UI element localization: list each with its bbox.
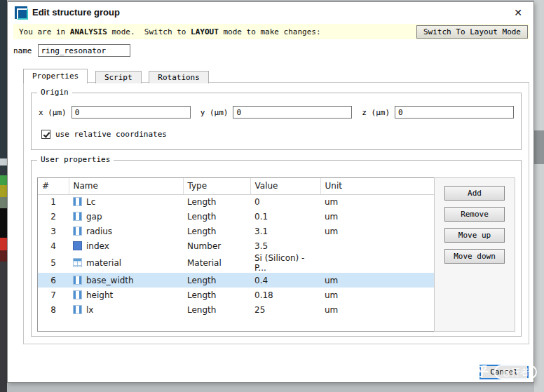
background-scrollbar-track [534, 0, 544, 392]
dialog-title: Edit structure group [32, 7, 120, 18]
cell-type: Length [183, 194, 250, 209]
origin-legend: Origin [37, 88, 72, 97]
user-properties-legend: User properties [37, 155, 114, 164]
cancel-button[interactable]: Cancel [480, 365, 529, 379]
edit-structure-group-dialog: Edit structure group ✕ You are in ANALYS… [7, 1, 534, 383]
cell-type: Material [183, 253, 250, 273]
table-header-row: # Name Type Value Unit [38, 178, 442, 194]
cell-type: Number [183, 238, 250, 253]
move-up-button[interactable]: Move up [444, 228, 505, 243]
cell-name: material [69, 253, 183, 273]
cell-num: 1 [38, 194, 69, 209]
table-row[interactable]: 1 Lc Length 0 um [38, 194, 442, 209]
mode-warning-banner: You are in ANALYSIS mode. Switch to LAYO… [13, 24, 529, 39]
cell-type: Length [183, 273, 250, 288]
cell-unit: um [320, 302, 442, 317]
cell-name: index [69, 238, 183, 253]
cell-value: 0 [250, 194, 320, 209]
z-label: z (μm) [362, 108, 390, 117]
cell-name: radius [69, 224, 183, 238]
number-property-icon [73, 241, 82, 250]
tab-script[interactable]: Script [95, 71, 142, 83]
x-input[interactable] [72, 106, 191, 119]
cell-value: 0.4 [250, 273, 320, 288]
length-property-icon [73, 227, 82, 236]
switch-to-layout-mode-button[interactable]: Switch To Layout Mode [416, 25, 528, 39]
cell-type: Length [183, 209, 250, 224]
cell-type: Length [183, 224, 250, 238]
title-bar[interactable]: Edit structure group ✕ [8, 2, 533, 22]
table-row-selected[interactable]: 6 base_width Length 0.4 um [38, 273, 442, 288]
user-properties-groupbox: User properties # Name Type Value Unit [31, 160, 522, 337]
cell-num: 8 [38, 302, 69, 317]
background-scrollbar-thumb[interactable] [534, 130, 544, 164]
name-input[interactable] [38, 44, 130, 57]
length-property-icon [73, 290, 82, 299]
table-row[interactable]: 2 gap Length 0.1 um [38, 209, 442, 224]
cell-unit [320, 238, 442, 253]
cell-value: 25 [250, 302, 320, 317]
cell-name: gap [69, 209, 183, 224]
x-label: x (μm) [39, 108, 67, 117]
z-input[interactable] [395, 106, 514, 119]
cell-num: 6 [38, 273, 69, 288]
table-row[interactable]: 4 index Number 3.5 [38, 238, 442, 253]
material-property-icon [73, 258, 82, 267]
cell-unit: um [320, 194, 442, 209]
background-app-strip [0, 0, 7, 392]
cell-num: 5 [38, 253, 69, 273]
cell-unit [320, 253, 442, 273]
properties-tab-content: Origin x (μm) y (μm) z (μm) [23, 82, 529, 344]
table-row[interactable]: 5 material Material Si (Silicon) - P... [38, 253, 442, 273]
relative-coordinates-label: use relative coordinates [55, 130, 167, 139]
name-label: name [13, 46, 32, 55]
add-button[interactable]: Add [444, 186, 505, 201]
length-property-icon [73, 212, 82, 221]
mode-warning-text: You are in ANALYSIS mode. Switch to LAYO… [13, 27, 321, 36]
cell-unit: um [320, 209, 442, 224]
column-header-unit: Unit [320, 178, 442, 194]
table-row[interactable]: 3 radius Length 3.1 um [38, 224, 442, 238]
x-field: x (μm) [39, 106, 191, 119]
column-header-type: Type [183, 178, 250, 194]
cell-num: 3 [38, 224, 69, 238]
cell-name: Lc [69, 194, 183, 209]
cell-type: Length [183, 302, 250, 317]
relative-coordinates-row: use relative coordinates [41, 130, 167, 139]
cell-value: 3.5 [250, 238, 320, 253]
z-field: z (μm) [362, 106, 514, 119]
cell-value: Si (Silicon) - P... [250, 253, 320, 273]
y-field: y (μm) [200, 106, 353, 119]
y-input[interactable] [233, 106, 352, 119]
screen: Edit structure group ✕ You are in ANALYS… [0, 0, 544, 392]
cell-unit: um [320, 273, 442, 288]
column-header-value: Value [250, 178, 320, 194]
move-down-button[interactable]: Move down [444, 249, 505, 264]
y-label: y (μm) [200, 108, 229, 117]
length-property-icon [73, 197, 82, 206]
cell-name: base_width [69, 273, 183, 288]
cell-num: 4 [38, 238, 69, 253]
cell-type: Length [183, 288, 250, 302]
tab-bar: Properties Script Rotations [23, 69, 210, 83]
cell-num: 7 [38, 288, 69, 302]
tab-properties[interactable]: Properties [23, 69, 88, 83]
remove-button[interactable]: Remove [444, 207, 505, 222]
origin-groupbox: Origin x (μm) y (μm) z (μm) [31, 93, 522, 150]
cell-num: 2 [38, 209, 69, 224]
cell-value: 3.1 [250, 224, 320, 238]
column-header-num: # [38, 178, 69, 194]
length-property-icon [73, 276, 82, 285]
relative-coordinates-checkbox[interactable] [41, 130, 50, 139]
properties-table: # Name Type Value Unit 1 Lc Leng [37, 177, 442, 332]
table-row[interactable]: 7 height Length 0.18 um [38, 288, 442, 302]
length-property-icon [73, 305, 82, 314]
name-field-row: name [13, 44, 130, 57]
cell-value: 0.1 [250, 209, 320, 224]
table-row[interactable]: 8 lx Length 25 um [38, 302, 442, 317]
app-icon [15, 6, 27, 19]
cell-name: height [69, 288, 183, 302]
close-icon[interactable]: ✕ [510, 6, 526, 20]
tab-rotations[interactable]: Rotations [149, 71, 209, 83]
column-header-name: Name [69, 178, 183, 194]
